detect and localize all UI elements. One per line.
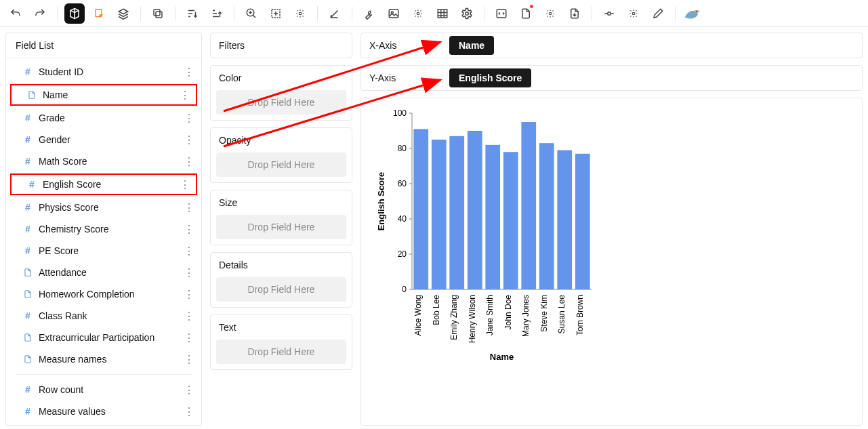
svg-text:Henry Wilson: Henry Wilson (468, 295, 477, 343)
field-item[interactable]: #Row count⋮ (6, 379, 201, 401)
sort-asc-button[interactable] (207, 3, 227, 24)
details-dropzone[interactable]: Drop Field Here (216, 277, 346, 302)
x-axis-shelf[interactable]: X-Axis Name (360, 33, 863, 58)
svg-point-13 (608, 12, 611, 15)
kebab-icon[interactable]: ⋮ (184, 134, 194, 146)
filters-shelf[interactable]: Filters (210, 33, 352, 58)
svg-text:Tom Brown: Tom Brown (575, 295, 585, 335)
gear-small3-button[interactable] (540, 3, 560, 24)
field-item[interactable]: #PE Score⋮ (6, 240, 201, 262)
svg-text:Steve Kim: Steve Kim (539, 295, 549, 332)
kebab-icon[interactable]: ⋮ (180, 89, 190, 102)
kebab-icon[interactable]: ⋮ (184, 331, 194, 344)
text-shelf[interactable]: Text Drop Field Here (210, 314, 352, 370)
kebab-icon[interactable]: ⋮ (184, 112, 194, 125)
copy-button[interactable] (148, 3, 168, 24)
field-item[interactable]: #Student ID⋮ (6, 61, 201, 83)
field-label: Extracurricular Participation (39, 332, 184, 343)
field-item[interactable]: #English Score⋮ (10, 173, 197, 195)
field-item[interactable]: Extracurricular Participation⋮ (6, 327, 201, 348)
field-item[interactable]: #Chemistry Score⋮ (6, 218, 201, 240)
field-item[interactable]: #Class Rank⋮ (6, 305, 201, 327)
kebab-icon[interactable]: ⋮ (184, 266, 194, 279)
gear-small4-button[interactable] (623, 3, 644, 24)
kebab-icon[interactable]: ⋮ (184, 288, 194, 301)
kebab-icon[interactable]: ⋮ (184, 155, 194, 168)
svg-rect-36 (468, 131, 482, 289)
field-item[interactable]: Measure names⋮ (6, 348, 201, 370)
hash-icon: # (22, 202, 33, 213)
kebab-icon[interactable]: ⋮ (184, 245, 194, 258)
redo-button[interactable] (30, 3, 50, 24)
opacity-shelf[interactable]: Opacity Drop Field Here (210, 127, 352, 183)
note-button[interactable] (89, 3, 109, 24)
field-label: Name (43, 89, 180, 100)
svg-rect-1 (156, 12, 162, 18)
sort-desc-button[interactable] (182, 3, 203, 24)
kebab-icon[interactable]: ⋮ (184, 353, 194, 366)
angle-button[interactable] (325, 3, 345, 24)
field-item[interactable]: #Physics Score⋮ (6, 197, 201, 218)
opacity-dropzone[interactable]: Drop Field Here (216, 152, 346, 177)
bird-icon (682, 3, 703, 24)
settings-button[interactable] (457, 3, 477, 24)
brush-button[interactable] (648, 3, 668, 24)
resize-button[interactable] (266, 3, 286, 24)
hash-icon: # (22, 384, 33, 395)
svg-point-5 (299, 12, 302, 15)
svg-point-14 (632, 12, 635, 15)
commit-button[interactable] (599, 3, 619, 24)
kebab-icon[interactable]: ⋮ (184, 66, 194, 79)
svg-rect-9 (438, 9, 447, 18)
kebab-icon[interactable]: ⋮ (184, 405, 194, 418)
hash-icon: # (26, 179, 37, 190)
color-shelf[interactable]: Color Drop Field Here (210, 65, 352, 121)
field-item[interactable]: Homework Completion⋮ (6, 283, 201, 305)
image-button[interactable] (384, 3, 404, 24)
page-icon (26, 89, 37, 100)
toolbar (0, 0, 868, 27)
code-button[interactable] (491, 3, 512, 24)
field-item[interactable]: Attendance⋮ (6, 262, 201, 283)
page-icon (22, 289, 33, 300)
kebab-icon[interactable]: ⋮ (184, 310, 194, 323)
table-button[interactable] (432, 3, 453, 24)
svg-point-12 (549, 12, 552, 15)
undo-button[interactable] (5, 3, 26, 24)
cube-button[interactable] (64, 3, 85, 24)
document-dot-button[interactable] (516, 3, 536, 24)
svg-text:80: 80 (398, 144, 407, 153)
field-item[interactable]: Name⋮ (10, 84, 197, 106)
hash-icon: # (22, 245, 33, 256)
field-label: Class Rank (39, 310, 184, 321)
field-label: Measure names (39, 354, 184, 365)
size-dropzone[interactable]: Drop Field Here (216, 215, 346, 239)
kebab-icon[interactable]: ⋮ (184, 201, 194, 214)
wrench-button[interactable] (359, 3, 379, 24)
kebab-icon[interactable]: ⋮ (184, 223, 194, 236)
field-item[interactable]: #Math Score⋮ (6, 150, 201, 172)
download-doc-button[interactable] (564, 3, 585, 24)
layers-button[interactable] (113, 3, 133, 24)
text-dropzone[interactable]: Drop Field Here (216, 340, 346, 364)
color-dropzone[interactable]: Drop Field Here (216, 90, 346, 115)
x-axis-pill[interactable]: Name (449, 36, 494, 55)
svg-text:John Doe: John Doe (503, 295, 513, 330)
svg-rect-46 (557, 150, 572, 289)
zoom-in-button[interactable] (241, 3, 262, 24)
y-axis-pill[interactable]: English Score (449, 68, 531, 87)
gear-small2-button[interactable] (408, 3, 428, 24)
size-shelf[interactable]: Size Drop Field Here (210, 190, 352, 245)
field-item[interactable]: #Measure values⋮ (6, 401, 201, 422)
gear-small-button[interactable] (290, 3, 310, 24)
field-item[interactable]: #Gender⋮ (6, 129, 201, 150)
details-shelf[interactable]: Details Drop Field Here (210, 252, 352, 308)
kebab-icon[interactable]: ⋮ (180, 178, 190, 191)
svg-rect-40 (503, 152, 518, 289)
svg-rect-32 (432, 140, 447, 289)
chart-area: X-Axis Name Y-Axis English Score 0204060… (360, 33, 863, 426)
kebab-icon[interactable]: ⋮ (184, 384, 194, 396)
field-item[interactable]: #Grade⋮ (6, 107, 201, 129)
svg-text:60: 60 (398, 179, 407, 188)
y-axis-shelf[interactable]: Y-Axis English Score (360, 65, 863, 91)
